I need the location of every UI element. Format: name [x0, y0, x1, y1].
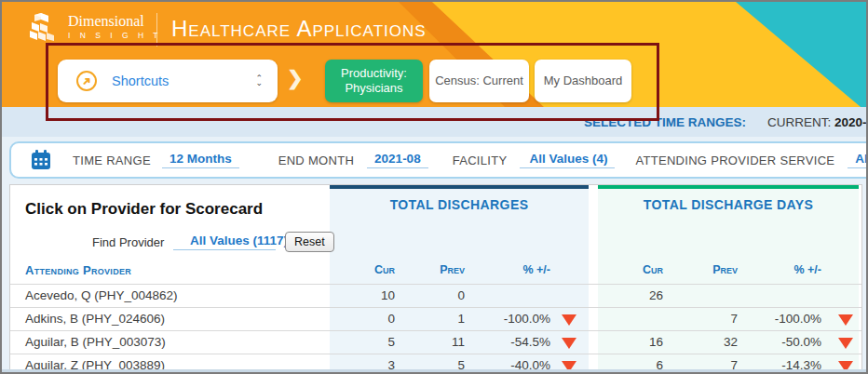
shortcuts-dropdown[interactable]: ➜ Shortcuts ⌃⌄: [58, 60, 278, 102]
days-pct-value: -50.0%: [738, 335, 821, 349]
end-month-label: END MONTH: [278, 154, 354, 167]
total-discharge-days-title: TOTAL DISCHARGE DAYS: [598, 197, 859, 212]
provider-name[interactable]: Aguilar, B (PHY_003073): [25, 335, 166, 349]
table-row[interactable]: Acevedo, Q (PHY_004862) 10 0 26: [10, 284, 862, 307]
panel-heading: Click on Provider for Scorecard: [25, 200, 263, 219]
days-pct-header: % +/-: [738, 263, 821, 276]
total-discharges-title: TOTAL DISCHARGES: [330, 197, 589, 212]
facility-label: FACILITY: [453, 154, 508, 167]
provider-name[interactable]: Adkins, B (PHY_024606): [25, 312, 165, 326]
shortcut-button-my-dashboard[interactable]: My Dashboard: [535, 60, 631, 102]
cubes-logo-icon: [28, 11, 60, 41]
days-cur-value: 16: [598, 335, 663, 349]
filter-bar: TIME RANGE 12 Months END MONTH 2021-08 F…: [9, 141, 868, 179]
discharges-pct-header: % +/-: [465, 263, 550, 276]
discharges-cur-header: Cur: [330, 263, 395, 276]
shortcut-button-census-current[interactable]: Census: Current: [429, 60, 529, 102]
table-header-row: Attending Provider Cur Prev % +/- Cur Pr…: [10, 263, 862, 284]
discharges-prev-value: 0: [395, 288, 465, 302]
shortcuts-dropdown-label: Shortcuts: [112, 73, 255, 88]
discharges-cur-value: 10: [330, 288, 395, 302]
bottom-edge-strip: [2, 369, 866, 372]
trend-down-icon: [562, 338, 576, 349]
days-prev-header: Prev: [663, 263, 738, 276]
trend-down-icon: [838, 314, 853, 326]
time-range-value[interactable]: 12 Months: [162, 152, 239, 168]
reset-button[interactable]: Reset: [285, 232, 334, 252]
provider-name[interactable]: Acevedo, Q (PHY_004862): [25, 288, 178, 302]
provider-table-panel: TOTAL DISCHARGES TOTAL DISCHARGE DAYS Cl…: [9, 184, 862, 374]
find-provider-value[interactable]: All Values (1117): [173, 234, 276, 250]
discharges-pct-value: -54.5%: [465, 335, 550, 349]
logo-text-dimensional: Dimensional: [68, 13, 162, 30]
table-row[interactable]: Aguilar, B (PHY_003073) 5 11 -54.5% 16 3…: [10, 330, 862, 354]
find-provider-row: Find Provider All Values (1117) Reset: [10, 232, 330, 254]
logo-text-insight: I N S I G H T: [68, 31, 162, 40]
discharges-pct-value: -100.0%: [465, 312, 550, 326]
shortcut-button-productivity-physicians[interactable]: Productivity: Physicians: [325, 60, 423, 102]
days-prev-value: 7: [663, 312, 738, 326]
table-body: Acevedo, Q (PHY_004862) 10 0 26 Adkins, …: [10, 284, 862, 374]
days-cur-header: Cur: [598, 263, 663, 276]
discharges-prev-value: 1: [395, 312, 465, 326]
discharges-cur-value: 0: [330, 312, 395, 326]
attending-provider-column-header: Attending Provider: [25, 263, 131, 277]
trend-down-icon: [838, 338, 853, 349]
table-row[interactable]: Adkins, B (PHY_024606) 0 1 -100.0% 7 -10…: [10, 307, 862, 330]
attending-provider-service-label: ATTENDING PROVIDER SERVICE: [635, 154, 834, 167]
find-provider-label: Find Provider: [92, 235, 164, 249]
dimensional-insight-logo: Dimensional I N S I G H T: [28, 11, 162, 41]
attending-provider-service-value[interactable]: All Valu: [848, 152, 868, 168]
selected-time-ranges-label: SELECTED TIME RANGES:: [584, 115, 746, 129]
discharges-prev-value: 11: [395, 335, 465, 349]
end-month-value[interactable]: 2021-08: [367, 152, 428, 168]
days-prev-value: 32: [663, 335, 738, 349]
facility-value[interactable]: All Values (4): [520, 152, 615, 168]
days-pct-value: -100.0%: [738, 312, 821, 326]
chevron-right-icon[interactable]: ❯: [287, 67, 304, 89]
header-divider: [156, 13, 157, 47]
discharges-cur-value: 5: [330, 335, 395, 349]
stepper-icon[interactable]: ⌃⌄: [255, 76, 263, 86]
current-range-value: 2020-S: [834, 115, 868, 129]
time-range-label: TIME RANGE: [73, 154, 151, 167]
calendar-icon: [30, 149, 52, 171]
selected-time-ranges-band: SELECTED TIME RANGES: CURRENT: 2020-S: [2, 107, 866, 137]
shortcuts-toolbar: ➜ Shortcuts ⌃⌄ ❯ Productivity: Physician…: [2, 60, 866, 102]
current-range-text: CURRENT: 2020-S: [767, 115, 868, 129]
page-title: Healthcare Applications: [171, 16, 427, 42]
days-cur-value: 26: [598, 288, 663, 302]
app-window: Dimensional I N S I G H T Healthcare App…: [0, 0, 868, 374]
shortcut-arrow-icon: ➜: [76, 71, 97, 91]
trend-down-icon: [562, 314, 576, 326]
discharges-prev-header: Prev: [395, 263, 465, 276]
